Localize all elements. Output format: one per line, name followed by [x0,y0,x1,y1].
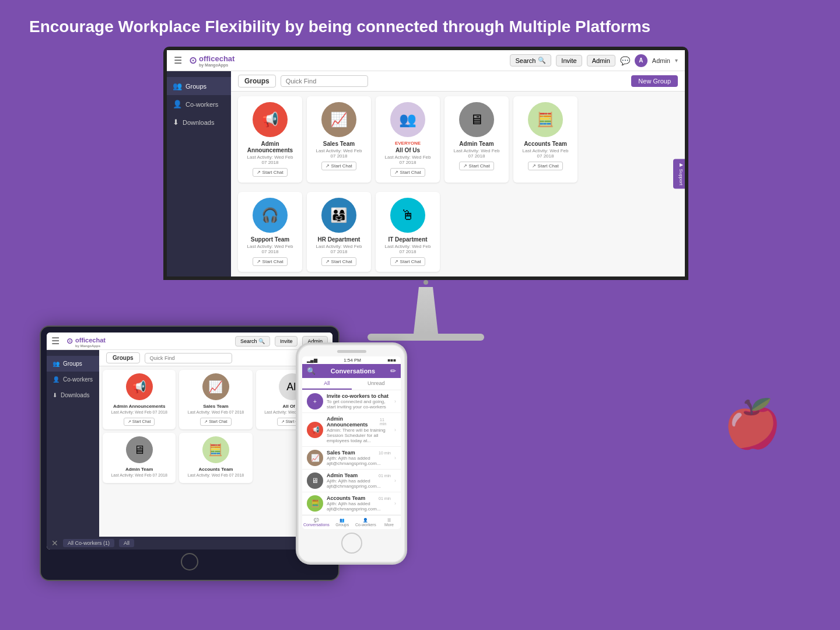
new-group-button[interactable]: New Group [631,75,678,87]
start-chat-button[interactable]: ↗ Start Chat [321,162,356,170]
tablet-group-admin-announcements[interactable]: 📢 Admin Announcements Last Activity: Wed… [103,370,176,429]
phone-item-time: 01 min [379,474,391,478]
tablet-start-chat[interactable]: ↗ Start Chat [124,418,155,426]
group-card-admin-team[interactable]: 🖥 Admin Team Last Activity: Wed Feb 07 2… [444,96,509,183]
tablet-groups-label: Groups [63,360,82,367]
phone-tab-unread[interactable]: Unread [352,378,401,390]
group-icon-admin-team: 🖥 [459,102,494,137]
phone-list-item-accounts-team[interactable]: 🧮 Accounts Team 01 min Ajith: Ajith has … [302,492,401,515]
chat-icon[interactable]: 💬 [620,56,630,65]
phone-list-item-invite[interactable]: + Invite co-workers to chat To get conne… [302,390,401,413]
group-card-accounts-team[interactable]: 🧮 Accounts Team Last Activity: Wed Feb 0… [513,96,578,183]
tablet-coworkers-icon: 👤 [52,376,60,383]
phone-list-item-admin-announcements[interactable]: 📢 Admin Announcements 11 min Admin: Ther… [302,413,401,447]
groups-row-2: 🎧 Support Team Last Activity: Wed Feb 07… [231,187,685,276]
phone-navbar: 🔍 Conversations ✏ [302,364,401,378]
tablet-hamburger-icon[interactable]: ☰ [51,335,60,346]
start-chat-button[interactable]: ↗ Start Chat [528,162,562,170]
tablet-groups-icon: 👥 [52,360,60,367]
group-name: HR Department [313,236,365,243]
start-chat-button[interactable]: ↗ Start Chat [390,257,425,266]
group-card-hr-department[interactable]: 👨‍👩‍👧 HR Department Last Activity: Wed F… [307,192,371,272]
tablet-search-button[interactable]: Search 🔍 [235,336,270,346]
quick-find-input[interactable] [281,75,368,87]
start-chat-button[interactable]: ↗ Start Chat [253,168,287,177]
scroll-indicator[interactable]: ▶ Support [673,159,685,188]
start-chat-button[interactable]: ↗ Start Chat [253,257,287,266]
tablet-group-sales-team[interactable]: 📈 Sales Team Last Activity: Wed Feb 07 2… [179,370,252,429]
tablet-group-admin-team[interactable]: 🖥 Admin Team Last Activity: Wed Feb 07 2… [103,433,176,483]
phone-bottom-tab-coworkers[interactable]: 👤 Co-workers [354,516,377,529]
group-activity: Last Activity: Wed Feb 07 2018 [313,148,365,159]
tablet-group-activity: Last Activity: Wed Feb 07 2018 [183,410,249,414]
groups-tab[interactable]: Groups [238,75,276,88]
tablet-sidebar-downloads[interactable]: ⬇ Downloads [47,387,99,403]
start-chat-button[interactable]: ↗ Start Chat [390,168,425,177]
admin-dropdown-icon[interactable]: ▾ [675,57,678,64]
phone-search-icon[interactable]: 🔍 [307,367,316,375]
tablet-group-icon: 📈 [202,373,229,400]
tablet-groups-tab[interactable]: Groups [106,352,140,363]
phone-speaker [337,350,366,353]
phone-chevron-icon: › [394,398,396,404]
admin-button[interactable]: Admin [587,55,615,66]
tablet-group-accounts-team[interactable]: 🧮 Accounts Team Last Activity: Wed Feb 0… [179,433,252,483]
search-button[interactable]: Search 🔍 [510,54,551,66]
start-chat-button[interactable]: ↗ Start Chat [459,162,494,170]
groups-label: Groups [332,523,353,527]
invite-button[interactable]: Invite [556,55,582,66]
phone-time: 1:54 PM [344,358,361,363]
phone-device: ▂▄▆ 1:54 PM ■■■ 🔍 Conversations ✏ All Un… [298,344,405,563]
all-tab[interactable]: All [119,539,134,547]
phone-item-text: Accounts Team 01 min Ajith: Ajith has ad… [327,495,391,512]
group-card-admin-announcements[interactable]: 📢 Admin Announcements Last Activity: Wed… [238,96,302,183]
sidebar-item-coworkers[interactable]: 👤 Co-workers [167,95,231,113]
tablet-logo-sub: by MangoApps [75,344,106,348]
phone-nav-title: Conversations [318,368,388,374]
phone-tabs: All Unread [302,378,401,390]
phone-item-text: Sales Team 10 min Ajith: Ajith has added… [327,450,391,466]
phone-item-text: Admin Team 01 min Ajith: Ajith has added… [327,473,391,489]
phone-compose-icon[interactable]: ✏ [390,367,396,375]
start-chat-button[interactable]: ↗ Start Chat [321,257,356,266]
phone-home-button[interactable] [341,533,362,554]
tablet-frame: ☰ ⊙ officechat by MangoApps Search 🔍 Inv… [41,327,338,580]
group-name: Sales Team [313,141,365,147]
tablet-quick-find[interactable] [145,353,232,363]
group-card-sales-team[interactable]: 📈 Sales Team Last Activity: Wed Feb 07 2… [307,96,371,183]
sidebar-item-groups[interactable]: 👥 Groups [167,77,231,95]
tablet-group-name: Sales Team [183,404,249,409]
sidebar-item-downloads[interactable]: ⬇ Downloads [167,113,231,131]
conversations-label: Conversations [303,523,330,527]
group-card-inner: 📢 Admin Announcements Last Activity: Wed… [244,102,296,177]
phone-bottom-tab-groups[interactable]: 👥 Groups [331,516,354,529]
tablet-sidebar-coworkers[interactable]: 👤 Co-workers [47,372,99,387]
downloads-icon: ⬇ [173,118,179,127]
tablet-sidebar-groups[interactable]: 👥 Groups [47,356,99,372]
phone-bottom-tab-conversations[interactable]: 💬 Conversations [302,516,331,529]
phone-bottom-tab-more[interactable]: ☰ More [377,516,401,529]
phone-list-item-sales-team[interactable]: 📈 Sales Team 10 min Ajith: Ajith has add… [302,447,401,470]
groups-row-1: 📢 Admin Announcements Last Activity: Wed… [231,92,685,187]
group-card-all-of-us[interactable]: 👥 EVERYONE All Of Us Last Activity: Wed … [376,96,440,183]
co-workers-tab[interactable]: All Co-workers (1) [63,539,114,547]
group-card-support-team[interactable]: 🎧 Support Team Last Activity: Wed Feb 07… [238,192,302,272]
group-card-it-department[interactable]: 🖱 IT Department Last Activity: Wed Feb 0… [376,192,440,272]
tablet-invite-button[interactable]: Invite [275,336,298,346]
phone-item-msg: To get connected and going, start inviti… [327,399,391,410]
phone-tab-all[interactable]: All [302,378,352,390]
phone-list-item-admin-team[interactable]: 🖥 Admin Team 01 min Ajith: Ajith has add… [302,470,401,492]
group-activity: Last Activity: Wed Feb 07 2018 [450,148,503,159]
logo-text: officechat [199,54,235,63]
monitor-dot [424,280,428,285]
phone-chevron-icon: › [394,501,396,506]
close-icon[interactable]: ✕ [51,538,58,548]
groups-icon: 👥 [173,82,182,90]
tablet-home-button[interactable] [181,553,198,570]
tablet-logo-text: officechat [75,337,106,344]
group-activity: Last Activity: Wed Feb 07 2018 [382,155,434,165]
phone-chevron-icon: › [394,427,396,433]
phone-item-name: Admin Announcements [327,416,380,428]
hamburger-icon[interactable]: ☰ [174,55,182,66]
tablet-start-chat[interactable]: ↗ Start Chat [200,418,231,426]
